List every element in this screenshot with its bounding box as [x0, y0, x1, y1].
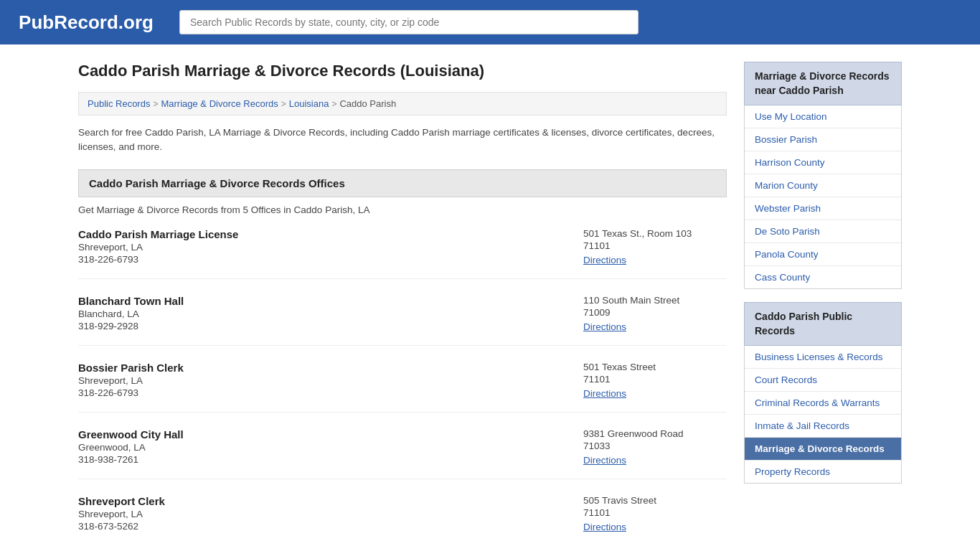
- sidebar-nearby-item[interactable]: Webster Parish: [745, 197, 901, 220]
- sidebar-nearby-title: Marriage & Divorce Records near Caddo Pa…: [744, 62, 902, 105]
- sidebar-nearby-item[interactable]: Use My Location: [745, 105, 901, 128]
- directions-link[interactable]: Directions: [583, 388, 626, 399]
- office-right: 501 Texas St., Room 103 71101 Directions: [583, 228, 727, 265]
- sidebar-public-records-item[interactable]: Inmate & Jail Records: [745, 415, 901, 438]
- office-phone: 318-929-2928: [78, 321, 555, 331]
- office-zip: 71101: [583, 240, 727, 251]
- directions-link[interactable]: Directions: [583, 522, 626, 532]
- office-phone: 318-673-5262: [78, 521, 555, 532]
- office-layout: Shreveport Clerk Shreveport, LA 318-673-…: [78, 495, 727, 532]
- office-phone: 318-226-6793: [78, 254, 555, 265]
- office-city: Greenwood, LA: [78, 442, 555, 453]
- breadcrumb-sep-2: >: [281, 99, 286, 109]
- office-city: Shreveport, LA: [78, 242, 555, 253]
- office-left: Blanchard Town Hall Blanchard, LA 318-92…: [78, 295, 555, 332]
- office-zip: 71009: [583, 307, 727, 318]
- sidebar-public-records-title: Caddo Parish Public Records: [744, 302, 902, 346]
- sidebar-public-records-list: Business Licenses & RecordsCourt Records…: [744, 346, 902, 484]
- office-right: 9381 Greenwood Road 71033 Directions: [583, 428, 727, 466]
- office-address: 9381 Greenwood Road: [583, 428, 727, 439]
- office-right: 505 Travis Street 71101 Directions: [583, 495, 727, 532]
- sidebar-nearby-list: Use My LocationBossier ParishHarrison Co…: [744, 105, 902, 289]
- sidebar-nearby-item[interactable]: De Soto Parish: [745, 220, 901, 243]
- office-left: Greenwood City Hall Greenwood, LA 318-93…: [78, 428, 555, 466]
- breadcrumb-louisiana[interactable]: Louisiana: [289, 98, 329, 109]
- sidebar-public-records-item[interactable]: Property Records: [745, 461, 901, 483]
- office-name: Greenwood City Hall: [78, 428, 555, 441]
- office-phone: 318-938-7261: [78, 454, 555, 465]
- sidebar-public-records-item[interactable]: Business Licenses & Records: [745, 346, 901, 369]
- directions-link[interactable]: Directions: [583, 321, 626, 332]
- main-layout: Caddo Parish Marriage & Divorce Records …: [67, 44, 913, 551]
- office-layout: Caddo Parish Marriage License Shreveport…: [78, 228, 727, 265]
- breadcrumb-public-records[interactable]: Public Records: [88, 98, 150, 109]
- site-header: PubRecord.org: [0, 0, 980, 44]
- office-name: Caddo Parish Marriage License: [78, 228, 555, 240]
- directions-link[interactable]: Directions: [583, 455, 626, 466]
- office-name: Blanchard Town Hall: [78, 295, 555, 307]
- office-entry: Shreveport Clerk Shreveport, LA 318-673-…: [78, 495, 727, 545]
- office-layout: Greenwood City Hall Greenwood, LA 318-93…: [78, 428, 727, 466]
- office-name: Shreveport Clerk: [78, 495, 555, 507]
- office-address: 505 Travis Street: [583, 495, 727, 506]
- sidebar-public-records-item[interactable]: Court Records: [745, 369, 901, 392]
- offices-list: Caddo Parish Marriage License Shreveport…: [78, 228, 727, 545]
- office-left: Shreveport Clerk Shreveport, LA 318-673-…: [78, 495, 555, 532]
- sidebar-nearby-item[interactable]: Marion County: [745, 174, 901, 197]
- breadcrumb-caddo-parish: Caddo Parish: [339, 98, 396, 109]
- office-address: 501 Texas Street: [583, 362, 727, 372]
- office-city: Shreveport, LA: [78, 375, 555, 386]
- office-entry: Greenwood City Hall Greenwood, LA 318-93…: [78, 428, 727, 479]
- office-layout: Blanchard Town Hall Blanchard, LA 318-92…: [78, 295, 727, 332]
- office-left: Caddo Parish Marriage License Shreveport…: [78, 228, 555, 265]
- office-zip: 71101: [583, 374, 727, 385]
- office-phone: 318-226-6793: [78, 387, 555, 398]
- office-right: 110 South Main Street 71009 Directions: [583, 295, 727, 332]
- sidebar: Marriage & Divorce Records near Caddo Pa…: [744, 62, 902, 551]
- office-city: Shreveport, LA: [78, 509, 555, 519]
- sidebar-nearby-item[interactable]: Bossier Parish: [745, 128, 901, 151]
- directions-link[interactable]: Directions: [583, 255, 626, 265]
- sidebar-nearby-item[interactable]: Panola County: [745, 243, 901, 266]
- office-city: Blanchard, LA: [78, 309, 555, 319]
- sidebar-public-records-item[interactable]: Marriage & Divorce Records: [745, 438, 901, 461]
- office-layout: Bossier Parish Clerk Shreveport, LA 318-…: [78, 362, 727, 399]
- office-address: 110 South Main Street: [583, 295, 727, 306]
- office-name: Bossier Parish Clerk: [78, 362, 555, 374]
- office-right: 501 Texas Street 71101 Directions: [583, 362, 727, 399]
- content-area: Caddo Parish Marriage & Divorce Records …: [78, 62, 727, 551]
- sidebar-nearby-item[interactable]: Harrison County: [745, 151, 901, 174]
- office-zip: 71101: [583, 507, 727, 518]
- search-input[interactable]: [179, 10, 639, 34]
- office-left: Bossier Parish Clerk Shreveport, LA 318-…: [78, 362, 555, 399]
- office-entry: Caddo Parish Marriage License Shreveport…: [78, 228, 727, 279]
- office-address: 501 Texas St., Room 103: [583, 228, 727, 239]
- sidebar-public-records-item[interactable]: Criminal Records & Warrants: [745, 392, 901, 415]
- breadcrumb-marriage-divorce[interactable]: Marriage & Divorce Records: [161, 98, 278, 109]
- breadcrumb-sep-3: >: [331, 99, 336, 109]
- offices-section-header: Caddo Parish Marriage & Divorce Records …: [78, 169, 727, 197]
- site-logo[interactable]: PubRecord.org: [14, 11, 158, 34]
- breadcrumb: Public Records > Marriage & Divorce Reco…: [78, 92, 727, 116]
- page-title: Caddo Parish Marriage & Divorce Records …: [78, 62, 727, 80]
- offices-description: Get Marriage & Divorce Records from 5 Of…: [78, 204, 727, 215]
- office-zip: 71033: [583, 441, 727, 451]
- office-entry: Bossier Parish Clerk Shreveport, LA 318-…: [78, 362, 727, 413]
- office-entry: Blanchard Town Hall Blanchard, LA 318-92…: [78, 295, 727, 346]
- breadcrumb-sep-1: >: [153, 99, 158, 109]
- page-description: Search for free Caddo Parish, LA Marriag…: [78, 126, 727, 155]
- sidebar-nearby-item[interactable]: Cass County: [745, 266, 901, 288]
